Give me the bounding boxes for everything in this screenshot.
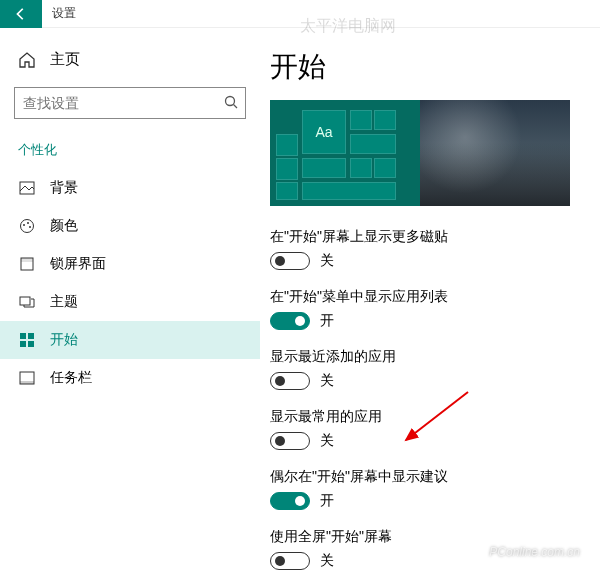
svg-rect-8 (21, 258, 33, 262)
start-preview-tiles: Aa (270, 100, 420, 206)
lockscreen-icon (18, 255, 36, 273)
toggle-state: 开 (320, 492, 334, 510)
start-preview: Aa (270, 100, 570, 206)
svg-rect-11 (28, 333, 34, 339)
toggle-switch[interactable] (270, 552, 310, 570)
toggle-switch[interactable] (270, 312, 310, 330)
content-area: 开始 Aa 在"开始"屏幕上显示更多磁贴关在"开始"菜单中显示应用列表开显示最近… (260, 28, 600, 573)
setting-label: 使用全屏"开始"屏幕 (270, 528, 576, 546)
sidebar-home-label: 主页 (50, 50, 80, 69)
palette-icon (18, 217, 36, 235)
sidebar-item-lockscreen[interactable]: 锁屏界面 (0, 245, 260, 283)
svg-point-3 (21, 220, 34, 233)
setting-label: 显示最常用的应用 (270, 408, 576, 426)
start-icon (18, 331, 36, 349)
svg-rect-15 (20, 381, 34, 384)
sidebar-item-colors[interactable]: 颜色 (0, 207, 260, 245)
sidebar-item-label: 锁屏界面 (50, 255, 106, 273)
search-input[interactable] (23, 95, 223, 111)
picture-icon (18, 179, 36, 197)
back-button[interactable] (0, 0, 42, 28)
setting-label: 显示最近添加的应用 (270, 348, 576, 366)
sidebar-section-label: 个性化 (0, 135, 260, 169)
start-preview-desktop (420, 100, 570, 206)
svg-point-5 (27, 222, 29, 224)
svg-rect-12 (20, 341, 26, 347)
themes-icon (18, 293, 36, 311)
sidebar: 主页 个性化 背景 颜色 锁屏界面 (0, 28, 260, 573)
toggle-switch[interactable] (270, 492, 310, 510)
sidebar-item-start[interactable]: 开始 (0, 321, 260, 359)
sidebar-item-label: 颜色 (50, 217, 78, 235)
setting-label: 在"开始"菜单中显示应用列表 (270, 288, 576, 306)
toggle-state: 关 (320, 552, 334, 570)
page-title: 开始 (270, 48, 576, 86)
sidebar-item-label: 主题 (50, 293, 78, 311)
toggle-state: 开 (320, 312, 334, 330)
svg-line-1 (234, 104, 238, 108)
svg-point-6 (29, 226, 31, 228)
svg-rect-13 (28, 341, 34, 347)
taskbar-icon (18, 369, 36, 387)
toggle-state: 关 (320, 252, 334, 270)
svg-rect-9 (20, 297, 30, 305)
search-icon (223, 94, 239, 113)
sidebar-item-label: 背景 (50, 179, 78, 197)
svg-point-0 (226, 96, 235, 105)
back-arrow-icon (14, 7, 28, 21)
setting-label: 偶尔在"开始"屏幕中显示建议 (270, 468, 576, 486)
toggle-switch[interactable] (270, 432, 310, 450)
toggle-state: 关 (320, 372, 334, 390)
home-icon (18, 51, 36, 69)
svg-rect-10 (20, 333, 26, 339)
sidebar-item-label: 任务栏 (50, 369, 92, 387)
sidebar-home[interactable]: 主页 (0, 42, 260, 77)
sidebar-item-taskbar[interactable]: 任务栏 (0, 359, 260, 397)
sidebar-item-background[interactable]: 背景 (0, 169, 260, 207)
search-input-wrap[interactable] (14, 87, 246, 119)
toggle-switch[interactable] (270, 372, 310, 390)
toggle-state: 关 (320, 432, 334, 450)
sidebar-item-label: 开始 (50, 331, 78, 349)
window-title: 设置 (42, 5, 76, 22)
toggle-switch[interactable] (270, 252, 310, 270)
preview-tile-aa: Aa (302, 110, 346, 154)
setting-label: 在"开始"屏幕上显示更多磁贴 (270, 228, 576, 246)
svg-point-4 (23, 224, 25, 226)
sidebar-item-themes[interactable]: 主题 (0, 283, 260, 321)
